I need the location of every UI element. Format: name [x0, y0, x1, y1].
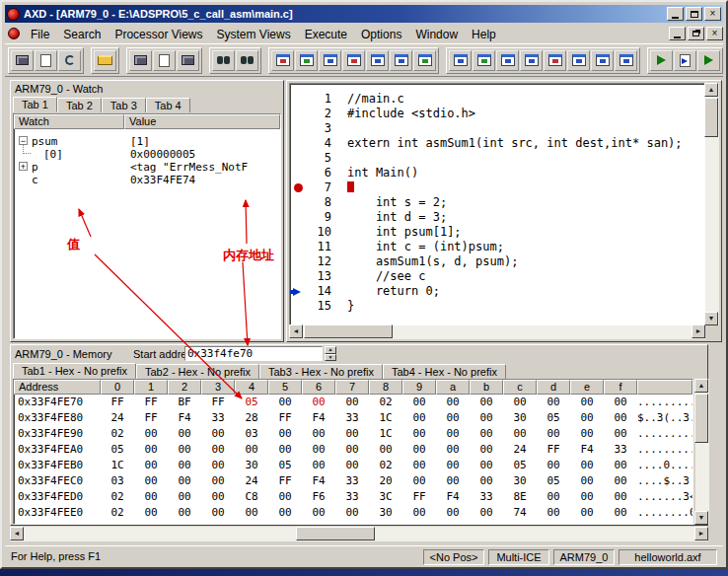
- scroll-up-button[interactable]: ▲: [694, 379, 708, 393]
- source-line-14[interactable]: 14 return 0;: [290, 284, 704, 299]
- memory-byte[interactable]: 00: [436, 505, 470, 521]
- watch-row-0[interactable]: [0]0x00000005: [14, 148, 280, 161]
- memory-byte[interactable]: F4: [302, 410, 335, 426]
- scroll-thumb[interactable]: [704, 98, 718, 137]
- source-line-3[interactable]: 3: [290, 121, 704, 136]
- symbols-view-button[interactable]: [591, 50, 614, 71]
- memory-byte[interactable]: 00: [402, 473, 436, 489]
- source-line-2[interactable]: 2#include <stdio.h>: [290, 107, 704, 121]
- memory-horizontal-scrollbar[interactable]: ◄ ►: [10, 527, 708, 541]
- scroll-left-button[interactable]: ◄: [10, 527, 24, 540]
- memory-byte[interactable]: 00: [268, 395, 302, 410]
- memory-byte[interactable]: 30: [503, 473, 537, 489]
- reload-image-button[interactable]: [58, 50, 81, 71]
- breakpoint-gutter[interactable]: [290, 107, 308, 121]
- memory-byte[interactable]: 00: [436, 458, 470, 473]
- console-view-button[interactable]: [473, 50, 495, 71]
- output-view-button[interactable]: [496, 50, 519, 71]
- breakpoint-gutter[interactable]: [290, 210, 308, 225]
- memory-byte[interactable]: 30: [235, 458, 268, 473]
- memory-byte[interactable]: 00: [570, 426, 604, 442]
- memory-byte[interactable]: 00: [235, 505, 268, 521]
- memory-byte[interactable]: 00: [302, 426, 335, 442]
- memory-byte[interactable]: 00: [570, 395, 604, 410]
- watch-row-p[interactable]: +p<tag "ErrMess_NotF: [14, 161, 280, 174]
- run-to-cursor-button[interactable]: [697, 50, 720, 71]
- start-address-input[interactable]: [184, 346, 323, 361]
- memory-byte[interactable]: 00: [537, 426, 570, 442]
- source-line-11[interactable]: 11 int c = (int)psum;: [290, 240, 704, 254]
- memory-byte[interactable]: 00: [402, 410, 436, 426]
- watch-tab-tab-4[interactable]: Tab 4: [146, 98, 190, 112]
- menu-file[interactable]: File: [24, 26, 56, 43]
- memory-byte[interactable]: 00: [503, 395, 537, 410]
- step-button[interactable]: [674, 50, 696, 71]
- memory-byte[interactable]: 00: [503, 426, 537, 442]
- memory-byte[interactable]: 05: [235, 395, 268, 410]
- search-paths-view-button[interactable]: [615, 50, 637, 71]
- memory-byte[interactable]: F4: [302, 473, 335, 489]
- registers-view-button[interactable]: [271, 50, 294, 71]
- source-line-12[interactable]: 12 asmSum1(s, d, psum);: [290, 254, 704, 269]
- breakpoint-gutter[interactable]: [290, 225, 308, 240]
- close-button[interactable]: ×: [704, 7, 721, 21]
- scroll-right-button[interactable]: ►: [694, 527, 708, 540]
- memory-byte[interactable]: 00: [168, 489, 201, 505]
- breakpoint-gutter[interactable]: [290, 151, 308, 166]
- memory-byte[interactable]: 00: [369, 442, 402, 458]
- memory-byte[interactable]: BF: [168, 395, 201, 410]
- memory-byte[interactable]: 00: [570, 489, 604, 505]
- expression-evaluator-view-button[interactable]: [567, 50, 590, 71]
- memory-byte[interactable]: 00: [268, 489, 302, 505]
- backtrace-view-button[interactable]: [413, 50, 436, 71]
- low-level-symbols-view-button[interactable]: [390, 50, 412, 71]
- memory-byte[interactable]: 00: [168, 473, 201, 489]
- memory-byte[interactable]: 00: [436, 442, 470, 458]
- menu-execute[interactable]: Execute: [298, 26, 354, 43]
- memory-byte[interactable]: 33: [335, 489, 369, 505]
- memory-byte[interactable]: 02: [101, 505, 134, 521]
- source-line-1[interactable]: 1//main.c: [290, 92, 704, 107]
- memory-byte[interactable]: 00: [134, 473, 168, 489]
- breakpoint-gutter[interactable]: [290, 136, 308, 151]
- memory-byte[interactable]: 00: [537, 505, 570, 521]
- source-line-10[interactable]: 10 int psum[1];: [290, 225, 704, 240]
- find-next-button[interactable]: [236, 50, 258, 71]
- memory-byte[interactable]: 00: [268, 426, 302, 442]
- watch-tab-tab-3[interactable]: Tab 3: [102, 98, 146, 112]
- watch-tab-tab-1[interactable]: Tab 1: [13, 97, 57, 112]
- memory-byte[interactable]: 00: [570, 505, 604, 521]
- watch-view-button[interactable]: [319, 50, 341, 71]
- load-image-button[interactable]: [35, 50, 57, 71]
- memory-byte[interactable]: 02: [369, 458, 402, 473]
- memory-byte[interactable]: 00: [436, 395, 470, 410]
- memory-tab-tab3-hex-no-prefix[interactable]: Tab3 - Hex - No prefix: [259, 364, 383, 379]
- source-line-8[interactable]: 8 int s = 2;: [290, 195, 704, 210]
- scroll-left-button[interactable]: ◄: [289, 324, 303, 338]
- memory-byte[interactable]: 00: [134, 426, 168, 442]
- memory-byte[interactable]: 20: [369, 473, 402, 489]
- memory-byte[interactable]: 00: [470, 505, 503, 521]
- source-line-6[interactable]: 6int Main(): [290, 166, 704, 180]
- memory-byte[interactable]: 00: [470, 473, 503, 489]
- memory-vertical-scrollbar[interactable]: ▲ ▼: [695, 379, 709, 525]
- memory-byte[interactable]: 00: [470, 458, 503, 473]
- memory-byte[interactable]: 33: [335, 410, 369, 426]
- memory-byte[interactable]: 00: [134, 505, 168, 521]
- memory-byte[interactable]: 00: [335, 442, 369, 458]
- scroll-thumb[interactable]: [296, 527, 375, 540]
- watch-column-header[interactable]: Watch: [14, 114, 124, 129]
- menu-search[interactable]: Search: [56, 26, 108, 43]
- child-close-button[interactable]: ×: [706, 27, 723, 40]
- scroll-thumb[interactable]: [304, 324, 393, 338]
- source-line-7[interactable]: 7: [290, 180, 704, 195]
- memory-byte[interactable]: 00: [402, 442, 436, 458]
- memory-byte[interactable]: 00: [268, 442, 302, 458]
- memory-byte[interactable]: F4: [436, 489, 470, 505]
- spin-up-button[interactable]: ▲: [325, 346, 336, 354]
- memory-tab-tab4-hex-no-prefix[interactable]: Tab4 - Hex - No prefix: [383, 364, 506, 379]
- memory-byte[interactable]: 00: [470, 426, 503, 442]
- memory-byte[interactable]: 00: [436, 426, 470, 442]
- memory-byte[interactable]: 05: [503, 458, 537, 473]
- memory-byte[interactable]: FF: [537, 442, 570, 458]
